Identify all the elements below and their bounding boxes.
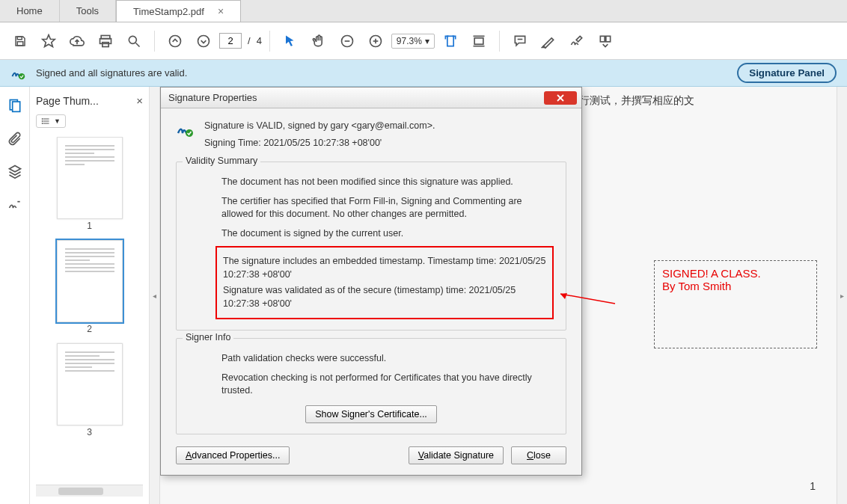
hand-icon[interactable] (306, 28, 331, 54)
svg-rect-20 (600, 36, 605, 42)
close-icon[interactable]: × (218, 5, 224, 17)
thumbnail-number: 1 (57, 221, 123, 231)
signatures-icon[interactable] (7, 196, 23, 212)
signer-legend: Signer Info (183, 332, 233, 342)
zoom-select[interactable]: 97.3% ▾ (391, 34, 435, 49)
stamp-line: SIGNED! A CLASS. (662, 267, 809, 280)
svg-rect-1 (17, 41, 23, 45)
signature-panel-button[interactable]: Signature Panel (737, 63, 837, 83)
signature-valid-text: Signature is VALID, signed by gary <gary… (204, 117, 435, 135)
toolbar: / 4 97.3% ▾ (0, 22, 847, 60)
timestamp-highlight-box: The signature includes an embedded times… (215, 246, 554, 319)
dialog-close-button[interactable] (544, 91, 577, 105)
signature-valid-icon (176, 120, 194, 151)
signature-properties-dialog: Signature Properties Signature is VALID,… (160, 87, 582, 476)
separator (154, 31, 155, 52)
page-total: 4 (257, 35, 262, 46)
svg-point-32 (42, 123, 43, 124)
svg-rect-16 (474, 37, 483, 43)
page-up-icon[interactable] (162, 28, 188, 54)
thumbnail-page[interactable] (57, 240, 123, 322)
close-icon[interactable]: × (136, 94, 143, 107)
layers-icon[interactable] (7, 163, 23, 179)
signature-stamp[interactable]: SIGNED! A CLASS. By Tom Smith (654, 260, 817, 348)
svg-rect-24 (12, 102, 19, 111)
thumbnail-page[interactable] (57, 137, 123, 219)
signing-time-text: Signing Time: 2021/05/25 10:27:38 +08'00… (204, 135, 435, 152)
fit-width-icon[interactable] (438, 28, 463, 54)
close-button[interactable]: Close (511, 446, 566, 464)
more-tools-icon[interactable] (593, 28, 618, 54)
show-certificate-button[interactable]: Show Signer's Certificate... (305, 405, 437, 423)
svg-rect-0 (17, 37, 22, 40)
collapse-left-handle[interactable]: ◂ (150, 87, 160, 504)
comment-icon[interactable] (507, 28, 533, 54)
main-area: Page Thum... × ▼ 1 2 3 ◂ 行测试，并撰写相应的文 (0, 87, 847, 504)
svg-point-9 (198, 35, 210, 46)
thumbnail-number: 3 (57, 427, 123, 437)
tab-home[interactable]: Home (0, 0, 60, 22)
thumbnail-number: 2 (57, 324, 123, 334)
thumbnail-page[interactable] (57, 343, 123, 425)
validate-signature-button[interactable]: Validate Signature (409, 446, 504, 464)
tab-tools[interactable]: Tools (60, 0, 116, 22)
sidebar-rail (0, 87, 30, 504)
cloud-upload-icon[interactable] (64, 28, 90, 54)
thumbnails-options[interactable]: ▼ (36, 114, 66, 128)
app-tabs: Home Tools TimeStamp2.pdf × (0, 0, 847, 22)
tab-label: Tools (76, 5, 99, 16)
separator (269, 31, 270, 52)
sign-icon[interactable] (564, 28, 590, 54)
zoom-value: 97.3% (397, 36, 422, 46)
svg-rect-15 (447, 36, 453, 46)
thumbnails-icon[interactable] (7, 97, 23, 114)
signature-valid-icon (10, 66, 25, 81)
signer-item: Path validation checks were successful. (221, 352, 554, 366)
stamp-line: By Tom Smith (662, 280, 809, 292)
tab-document[interactable]: TimeStamp2.pdf × (116, 0, 241, 22)
zoom-in-icon[interactable] (363, 28, 388, 54)
fit-page-icon[interactable] (466, 28, 492, 54)
document-text: 行测试，并撰写相应的文 (579, 94, 694, 108)
thumbs-scrollbar[interactable] (36, 485, 143, 497)
pointer-icon[interactable] (278, 28, 303, 54)
validity-legend: Validity Summary (183, 156, 260, 166)
print-icon[interactable] (93, 28, 118, 54)
thumbnail-list: 1 2 3 (36, 137, 143, 485)
svg-point-30 (42, 119, 43, 120)
document-viewport[interactable]: 行测试，并撰写相应的文 Signature Properties Signatu… (160, 87, 847, 504)
chevron-down-icon: ▾ (425, 36, 429, 46)
page-separator: / (248, 35, 251, 46)
search-icon[interactable] (121, 28, 147, 54)
validity-item: The document has not been modified since… (221, 176, 554, 189)
signature-banner: Signed and all signatures are valid. Sig… (0, 60, 847, 87)
annotation-arrow (557, 290, 617, 305)
validity-item: The certifier has specified that Form Fi… (221, 195, 554, 221)
svg-point-8 (170, 35, 181, 46)
banner-message: Signed and all signatures are valid. (36, 67, 187, 79)
thumbnails-panel: Page Thum... × ▼ 1 2 3 (30, 87, 150, 504)
attachments-icon[interactable] (7, 130, 23, 147)
collapse-right-handle[interactable]: ▸ (837, 87, 847, 504)
svg-rect-21 (606, 36, 611, 42)
page-down-icon[interactable] (191, 28, 216, 54)
page-current-input[interactable] (219, 33, 242, 49)
svg-marker-25 (9, 166, 20, 172)
tab-label: Home (16, 5, 43, 16)
highlight-icon[interactable] (536, 28, 561, 54)
svg-marker-2 (43, 34, 55, 46)
validity-summary-group: Validity Summary The document has not be… (176, 162, 566, 331)
advanced-properties-button[interactable]: Advanced Properties... (176, 446, 290, 464)
dialog-titlebar[interactable]: Signature Properties (161, 87, 581, 108)
svg-line-36 (560, 294, 615, 304)
svg-point-35 (186, 129, 193, 137)
star-icon[interactable] (36, 28, 61, 54)
save-icon[interactable] (7, 28, 33, 54)
signer-item: Revocation checking is not performed for… (221, 372, 554, 398)
svg-point-22 (19, 73, 25, 79)
signer-info-group: Signer Info Path validation checks were … (176, 338, 566, 434)
timestamp-item: The signature includes an embedded times… (223, 255, 546, 281)
zoom-out-icon[interactable] (334, 28, 360, 54)
svg-point-6 (129, 36, 136, 43)
timestamp-item: Signature was validated as of the secure… (223, 284, 546, 310)
